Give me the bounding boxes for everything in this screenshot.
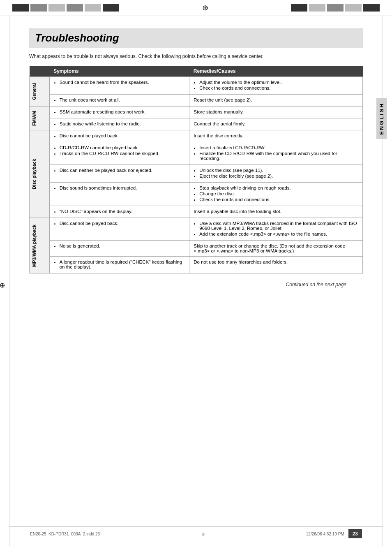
table-row: Disc can neither be played back nor ejec… [30, 165, 363, 183]
symptom-cell: CD-R/CD-RW cannot be played back. Tracks… [49, 142, 189, 165]
remedy-cell: Insert the disc correctly. [189, 130, 363, 142]
left-compass-icon: ⊕ [0, 281, 5, 289]
remedy-item: Check the cords and connections. [199, 197, 358, 202]
disc-playback-label: Disc playback [30, 130, 50, 218]
symptom-item: Disc sound is sometimes interrupted. [60, 185, 185, 190]
header-compass-icon: ⊕ [202, 3, 208, 12]
symptom-cell: Noise is generated. [49, 241, 189, 257]
symptom-item: Static noise while listening to the radi… [60, 121, 185, 126]
table-row: General Sound cannot be heard from the s… [30, 77, 363, 95]
header-block-r2 [309, 4, 325, 12]
intro-text: What appears to be trouble is not always… [29, 53, 363, 59]
symptom-cell: Disc cannot be played back. [49, 130, 189, 142]
remedy-cell: Adjust the volume to the optimum level. … [189, 77, 363, 95]
troubleshoot-table: Symptoms Remedies/Causes General Sound c… [29, 66, 363, 273]
main-content: Troubleshooting What appears to be troub… [13, 16, 379, 296]
symptom-cell: "NO DISC" appears on the display. [49, 206, 189, 218]
symptom-cell: The unit does not work at all. [49, 95, 189, 107]
header-block-4 [67, 4, 83, 12]
remedy-cell: Do not use too many hierarchies and fold… [189, 257, 363, 273]
header-label-spacer [30, 66, 50, 77]
english-sidebar-label: ENGLISH [376, 98, 387, 139]
symptom-item: CD-R/CD-RW cannot be played back. [60, 145, 185, 150]
remedy-item: Add the extension code <.mp3> or <.wma> … [199, 232, 358, 236]
remedy-item: Use a disc with MP3/WMA tracks recorded … [199, 221, 358, 231]
symptom-cell: Disc cannot be played back. [49, 218, 189, 241]
remedy-cell: Unlock the disc (see page 11). Eject the… [189, 165, 363, 183]
symptom-item: Disc cannot be played back. [60, 221, 185, 226]
header-remedies: Remedies/Causes [189, 66, 363, 77]
table-row: CD-R/CD-RW cannot be played back. Tracks… [30, 142, 363, 165]
symptom-cell: Sound cannot be heard from the speakers. [49, 77, 189, 95]
header-block-5 [85, 4, 101, 12]
page-number: 23 [348, 529, 362, 538]
symptom-item: Tracks on the CD-R/CD-RW cannot be skipp… [60, 151, 185, 156]
remedy-cell: Connect the aerial firmly. [189, 118, 363, 130]
header-block-r1 [291, 4, 307, 12]
symptom-cell: A longer readout time is required ("CHEC… [49, 257, 189, 273]
header-block-2 [30, 4, 47, 12]
footer-date: 12/26/06 4:32:19 PM [306, 532, 344, 536]
symptom-cell: SSM automatic presetting does not work. [49, 107, 189, 118]
symptom-item: Sound cannot be heard from the speakers. [60, 80, 185, 85]
remedy-item: Stop playback while driving on rough roa… [199, 185, 358, 190]
table-row: Disc playback Disc cannot be played back… [30, 130, 363, 142]
table-row: Static noise while listening to the radi… [30, 118, 363, 130]
table-row: A longer readout time is required ("CHEC… [30, 257, 363, 273]
table-row: FM/AM SSM automatic presetting does not … [30, 107, 363, 118]
header-block-r3 [327, 4, 344, 12]
header-block-1 [12, 4, 29, 12]
remedy-item: Change the disc. [199, 191, 358, 196]
page-footer: EN20-25_KD-PDR31_003A_2.indd 23 ⊕ 12/26/… [9, 526, 383, 538]
general-label: General [30, 77, 50, 107]
header-block-6 [103, 4, 119, 12]
symptom-item: Disc can neither be played back nor ejec… [60, 168, 185, 173]
table-row: "NO DISC" appears on the display. Insert… [30, 206, 363, 218]
table-row: The unit does not work at all. Reset the… [30, 95, 363, 107]
fmam-label: FM/AM [30, 107, 50, 130]
remedy-cell: Insert a finalized CD-R/CD-RW. Finalize … [189, 142, 363, 165]
symptom-cell: Disc sound is sometimes interrupted. [49, 183, 189, 206]
symptom-cell: Disc can neither be played back nor ejec… [49, 165, 189, 183]
header-bar-right [291, 4, 380, 12]
symptom-item: The unit does not work at all. [60, 97, 185, 102]
header-bar: ⊕ [0, 0, 392, 16]
footer-file-info: EN20-25_KD-PDR31_003A_2.indd 23 [30, 532, 100, 536]
symptom-item: Noise is generated. [60, 243, 185, 248]
symptom-item: Disc cannot be played back. [60, 133, 185, 138]
remedy-item: Finalize the CD-R/CD-RW with the compone… [199, 151, 358, 161]
page-title: Troubleshooting [29, 28, 363, 48]
continued-text: Continued on the next page [29, 282, 346, 287]
remedy-item: Unlock the disc (see page 11). [199, 168, 358, 173]
remedy-cell: Stop playback while driving on rough roa… [189, 183, 363, 206]
table-row: MP3/WMA playback Disc cannot be played b… [30, 218, 363, 241]
header-block-3 [48, 4, 65, 12]
page-outer: ENGLISH Troubleshooting What appears to … [9, 16, 383, 547]
mp3-playback-label: MP3/WMA playback [30, 218, 50, 273]
header-block-r5 [363, 4, 380, 12]
remedy-item: Adjust the volume to the optimum level. [199, 80, 358, 85]
symptom-item: A longer readout time is required ("CHEC… [60, 259, 185, 269]
table-header-row: Symptoms Remedies/Causes [30, 66, 363, 77]
remedy-cell: Skip to another track or change the disc… [189, 241, 363, 257]
table-row: Noise is generated. Skip to another trac… [30, 241, 363, 257]
table-row: Disc sound is sometimes interrupted. Sto… [30, 183, 363, 206]
header-block-r4 [345, 4, 362, 12]
remedy-item: Insert a finalized CD-R/CD-RW. [199, 145, 358, 150]
remedy-cell: Use a disc with MP3/WMA tracks recorded … [189, 218, 363, 241]
header-symptoms: Symptoms [49, 66, 189, 77]
symptom-cell: Static noise while listening to the radi… [49, 118, 189, 130]
footer-compass: ⊕ [201, 532, 205, 536]
remedy-item: Check the cords and connections. [199, 86, 358, 90]
remedy-item: Eject the disc forcibly (see page 2). [199, 174, 358, 178]
symptom-item: "NO DISC" appears on the display. [60, 209, 185, 214]
symptom-item: SSM automatic presetting does not work. [60, 109, 185, 114]
remedy-cell: Insert a playable disc into the loading … [189, 206, 363, 218]
remedy-cell: Reset the unit (see page 2). [189, 95, 363, 107]
header-bar-left [12, 4, 119, 12]
remedy-cell: Store stations manually. [189, 107, 363, 118]
